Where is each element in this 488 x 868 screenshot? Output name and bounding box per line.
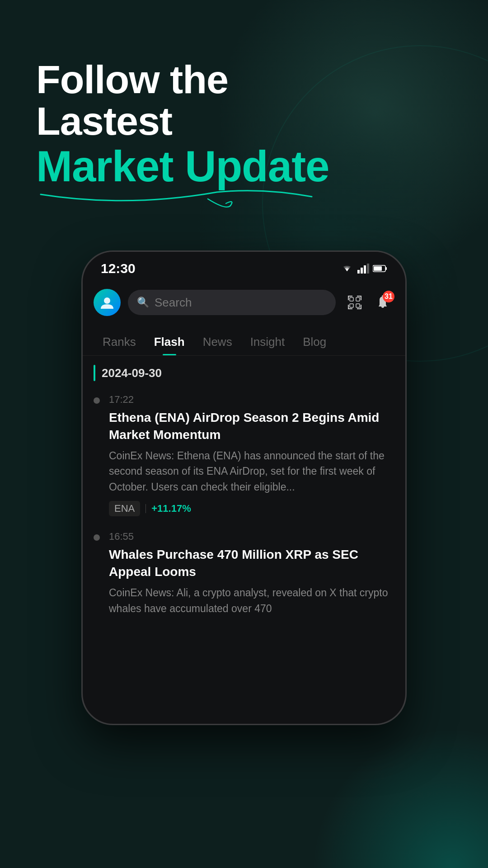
news-title: Whales Purchase 470 Million XRP as SEC A…	[109, 546, 394, 580]
signal-icon	[357, 264, 369, 274]
svg-rect-9	[348, 296, 349, 300]
timeline-dot	[94, 534, 100, 541]
tab-blog[interactable]: Blog	[294, 329, 335, 355]
hero-section: Follow the Lastest Market Update	[0, 0, 488, 241]
underline-svg	[36, 185, 316, 212]
svg-rect-2	[364, 265, 366, 274]
hero-accent: Market Update	[36, 142, 329, 190]
date-header: 2024-09-30	[94, 365, 394, 381]
date-bar-decoration	[94, 365, 95, 381]
news-title: Ethena (ENA) AirDrop Season 2 Begins Ami…	[109, 409, 394, 443]
tab-flash[interactable]: Flash	[145, 329, 194, 355]
news-excerpt: CoinEx News: Ethena (ENA) has announced …	[109, 448, 394, 495]
search-placeholder: Search	[155, 296, 192, 310]
nav-tabs: Ranks Flash News Insight Blog	[83, 324, 405, 356]
svg-rect-19	[356, 304, 360, 307]
svg-rect-1	[361, 268, 363, 274]
hero-line2: Lastest	[36, 100, 452, 142]
battery-icon	[373, 264, 387, 273]
svg-point-7	[104, 297, 110, 304]
avatar[interactable]	[94, 289, 121, 316]
svg-rect-13	[348, 305, 349, 309]
svg-rect-6	[374, 266, 382, 271]
status-icons	[340, 263, 387, 274]
scan-button[interactable]	[343, 291, 366, 314]
news-tag: ENA	[109, 501, 140, 516]
svg-rect-18	[350, 304, 353, 307]
news-change: +11.17%	[151, 503, 191, 514]
news-item[interactable]: 16:55 Whales Purchase 470 Million XRP as…	[94, 531, 394, 623]
feed: 2024-09-30 17:22 Ethena (ENA) AirDrop Se…	[83, 356, 405, 646]
date-text: 2024-09-30	[102, 366, 162, 380]
news-body: 16:55 Whales Purchase 470 Million XRP as…	[109, 531, 394, 623]
top-bar-actions: 31	[343, 291, 394, 314]
svg-rect-17	[356, 297, 360, 301]
svg-rect-11	[361, 296, 361, 300]
news-item[interactable]: 17:22 Ethena (ENA) AirDrop Season 2 Begi…	[94, 394, 394, 516]
svg-rect-3	[367, 264, 369, 274]
timeline-dot	[94, 397, 100, 404]
notification-badge: 31	[383, 291, 394, 302]
svg-rect-5	[385, 267, 387, 270]
phone-screen: 12:30	[83, 252, 405, 724]
app-content: 🔍 Search	[83, 281, 405, 646]
tab-news[interactable]: News	[194, 329, 241, 355]
tab-ranks[interactable]: Ranks	[94, 329, 145, 355]
news-time: 16:55	[109, 531, 394, 542]
notifications-button[interactable]: 31	[371, 291, 394, 314]
scan-icon	[347, 295, 362, 310]
hero-underline	[36, 185, 452, 214]
power-button	[405, 369, 407, 428]
news-body: 17:22 Ethena (ENA) AirDrop Season 2 Begi…	[109, 394, 394, 516]
svg-rect-0	[357, 270, 360, 274]
news-time: 17:22	[109, 394, 394, 406]
wifi-icon	[340, 263, 354, 274]
search-bar[interactable]: 🔍 Search	[128, 290, 336, 315]
search-icon: 🔍	[137, 297, 149, 308]
avatar-icon	[99, 294, 115, 311]
svg-rect-16	[350, 297, 353, 301]
phone-container: 12:30	[0, 250, 488, 725]
phone-notch	[199, 252, 289, 269]
top-bar: 🔍 Search	[83, 281, 405, 324]
hero-line1: Follow the	[36, 59, 452, 100]
tab-insight[interactable]: Insight	[241, 329, 294, 355]
status-time: 12:30	[101, 261, 136, 276]
news-tags: ENA +11.17%	[109, 501, 394, 516]
news-excerpt: CoinEx News: Ali, a crypto analyst, reve…	[109, 585, 394, 616]
tag-divider	[145, 504, 146, 513]
phone-mockup: 12:30	[81, 250, 407, 725]
svg-rect-15	[361, 305, 361, 309]
